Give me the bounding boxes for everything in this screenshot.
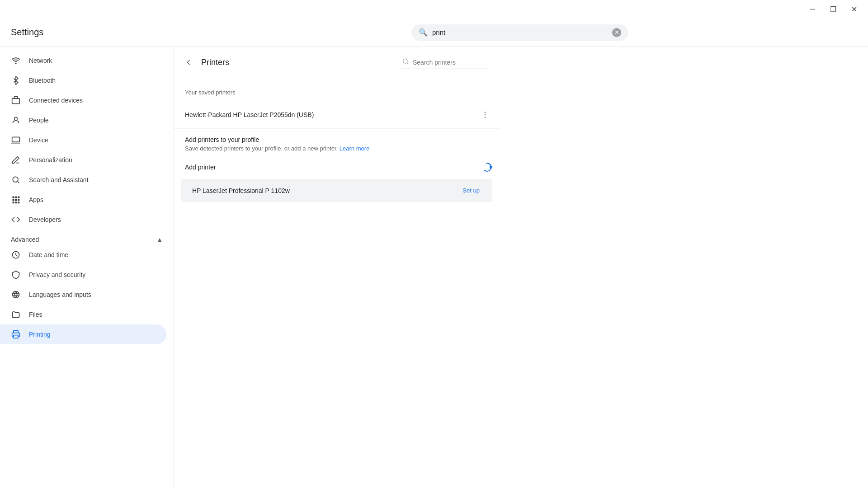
search-settings-icon — [11, 175, 21, 184]
sidebar-item-apps[interactable]: Apps — [0, 190, 166, 210]
svg-point-2 — [14, 117, 18, 120]
add-printers-title: Add printers to your profile — [185, 136, 489, 143]
folder-icon — [11, 310, 21, 319]
svg-point-20 — [403, 59, 407, 63]
svg-line-5 — [18, 182, 19, 183]
svg-point-4 — [13, 177, 18, 182]
header: Settings 🔍 ✕ — [0, 18, 868, 47]
sidebar-item-privacy-and-security[interactable]: Privacy and security — [0, 265, 166, 285]
printer-menu-button[interactable] — [478, 108, 492, 122]
sidebar-item-date-and-time[interactable]: Date and time — [0, 245, 166, 265]
shield-icon — [11, 270, 21, 279]
sidebar-item-languages[interactable]: Languages and inputs — [0, 285, 166, 305]
code-icon — [11, 215, 21, 224]
sidebar-item-developers[interactable]: Developers — [0, 210, 166, 230]
sidebar-item-personalization[interactable]: Personalization — [0, 150, 166, 170]
search-icon: 🔍 — [419, 28, 428, 37]
advanced-section-label: Advanced — [11, 236, 39, 243]
svg-point-24 — [485, 117, 486, 118]
discovered-printer-row: HP LaserJet Professional P 1102w Set up — [181, 179, 492, 202]
saved-printers-section-label: Your saved printers — [174, 78, 500, 101]
person-icon — [11, 116, 21, 125]
print-icon — [11, 330, 21, 339]
main-layout: Network Bluetooth Connected devices — [0, 47, 868, 488]
back-button[interactable] — [181, 55, 196, 70]
titlebar: ─ ❐ ✕ — [0, 0, 868, 18]
svg-rect-14 — [18, 202, 19, 203]
sidebar-item-files-label: Files — [29, 311, 42, 318]
sidebar-item-languages-label: Languages and inputs — [29, 291, 91, 298]
sidebar-item-developers-label: Developers — [29, 216, 61, 223]
sidebar-item-network-label: Network — [29, 57, 52, 64]
add-printer-label: Add printer — [185, 164, 481, 171]
sidebar-item-network[interactable]: Network — [0, 51, 166, 70]
svg-point-0 — [15, 63, 16, 64]
learn-more-link[interactable]: Learn more — [340, 145, 369, 152]
printers-search-icon — [402, 58, 409, 67]
saved-printer-row: Hewlett-Packard HP LaserJet P2055dn (USB… — [174, 101, 500, 129]
svg-rect-7 — [15, 197, 17, 198]
discovered-printer-name: HP LaserJet Professional P 1102w — [192, 187, 457, 194]
sidebar-item-bluetooth[interactable]: Bluetooth — [0, 70, 166, 90]
sidebar-item-personalization-label: Personalization — [29, 156, 72, 164]
content-area: Printers Your saved printers Hewlett-Pac… — [174, 47, 868, 488]
sidebar-item-privacy-label: Privacy and security — [29, 271, 85, 278]
minimize-button[interactable]: ─ — [802, 2, 823, 16]
advanced-chevron-icon: ▲ — [156, 236, 163, 243]
sidebar: Network Bluetooth Connected devices — [0, 47, 174, 488]
svg-rect-1 — [12, 99, 20, 104]
sidebar-item-connected-devices[interactable]: Connected devices — [0, 90, 166, 110]
svg-point-22 — [485, 112, 486, 113]
sidebar-item-people-label: People — [29, 117, 49, 124]
clock-icon — [11, 250, 21, 259]
setup-button[interactable]: Set up — [457, 184, 485, 197]
content-inner: Printers Your saved printers Hewlett-Pac… — [174, 47, 500, 220]
add-printers-section: Add printers to your profile Save detect… — [174, 129, 500, 152]
svg-point-26 — [490, 166, 492, 168]
svg-rect-11 — [18, 199, 19, 201]
advanced-section-header[interactable]: Advanced ▲ — [0, 230, 174, 245]
sidebar-item-people[interactable]: People — [0, 110, 166, 130]
printers-search-bar — [398, 56, 489, 69]
add-printer-row: Add printer — [174, 155, 500, 179]
sidebar-item-bluetooth-label: Bluetooth — [29, 77, 56, 84]
search-input[interactable] — [432, 28, 608, 36]
search-bar: 🔍 ✕ — [411, 24, 628, 41]
sidebar-item-apps-label: Apps — [29, 196, 43, 203]
svg-rect-9 — [13, 199, 14, 201]
sidebar-item-files[interactable]: Files — [0, 305, 166, 324]
saved-printer-name: Hewlett-Packard HP LaserJet P2055dn (USB… — [185, 111, 478, 118]
discovered-printers-container: HP LaserJet Professional P 1102w Set up — [174, 179, 500, 202]
svg-rect-3 — [12, 137, 20, 142]
sidebar-item-search-label: Search and Assistant — [29, 176, 89, 183]
add-printers-desc: Save detected printers to your profile, … — [185, 145, 489, 152]
globe-icon — [11, 290, 21, 299]
sidebar-item-connected-devices-label: Connected devices — [29, 97, 83, 104]
svg-rect-8 — [18, 197, 19, 198]
sidebar-item-printing-label: Printing — [29, 331, 50, 338]
printers-page-title: Printers — [201, 58, 393, 67]
laptop-icon — [11, 136, 21, 145]
svg-rect-10 — [15, 199, 17, 201]
wifi-icon — [11, 56, 21, 65]
close-button[interactable]: ✕ — [844, 2, 864, 16]
edit-icon — [11, 155, 21, 164]
sidebar-item-printing[interactable]: Printing — [0, 324, 166, 344]
printers-header: Printers — [174, 47, 500, 78]
svg-point-23 — [485, 114, 486, 116]
sidebar-item-date-label: Date and time — [29, 251, 68, 258]
sidebar-item-device[interactable]: Device — [0, 130, 166, 150]
svg-line-21 — [407, 63, 408, 64]
apps-icon — [11, 195, 21, 204]
devices-icon — [11, 96, 21, 105]
bluetooth-icon — [11, 76, 21, 85]
search-clear-button[interactable]: ✕ — [612, 28, 621, 37]
svg-rect-19 — [14, 335, 18, 338]
svg-rect-13 — [15, 202, 17, 203]
add-printer-spinner-icon — [481, 162, 492, 173]
printers-search-input[interactable] — [413, 59, 492, 66]
svg-rect-6 — [13, 197, 14, 198]
maximize-button[interactable]: ❐ — [823, 2, 844, 16]
add-printers-desc-text: Save detected printers to your profile, … — [185, 145, 338, 152]
sidebar-item-search-and-assistant[interactable]: Search and Assistant — [0, 170, 166, 190]
